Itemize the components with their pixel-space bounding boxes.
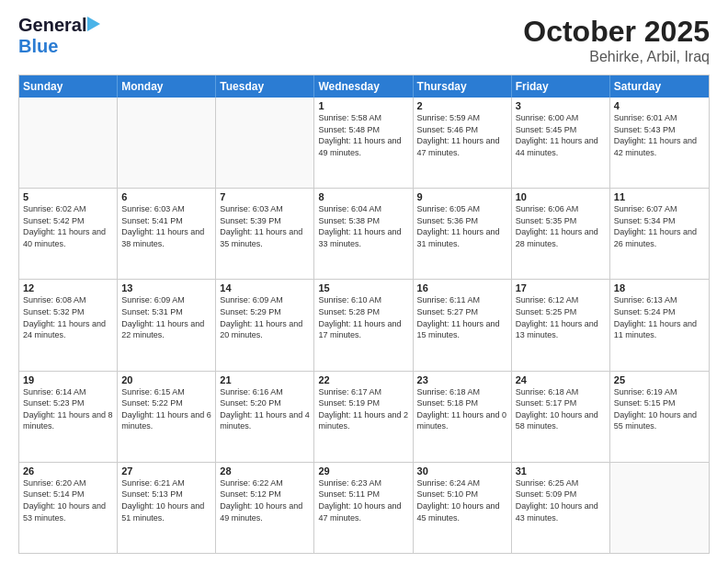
- calendar-cell: 2Sunrise: 5:59 AM Sunset: 5:46 PM Daylig…: [414, 98, 512, 188]
- day-number: 31: [516, 465, 606, 477]
- day-info: Sunrise: 6:25 AM Sunset: 5:09 PM Dayligh…: [516, 477, 606, 523]
- calendar-header: SundayMondayTuesdayWednesdayThursdayFrid…: [19, 75, 709, 98]
- calendar-cell: 16Sunrise: 6:11 AM Sunset: 5:27 PM Dayli…: [414, 280, 512, 370]
- day-info: Sunrise: 6:12 AM Sunset: 5:25 PM Dayligh…: [516, 294, 606, 340]
- calendar-cell: 4Sunrise: 6:01 AM Sunset: 5:43 PM Daylig…: [610, 98, 709, 188]
- calendar-cell: 8Sunrise: 6:04 AM Sunset: 5:38 PM Daylig…: [314, 189, 413, 279]
- calendar-cell: 12Sunrise: 6:08 AM Sunset: 5:32 PM Dayli…: [19, 280, 118, 370]
- day-info: Sunrise: 6:14 AM Sunset: 5:23 PM Dayligh…: [23, 386, 113, 432]
- day-info: Sunrise: 6:13 AM Sunset: 5:24 PM Dayligh…: [614, 294, 705, 340]
- day-number: 20: [121, 374, 211, 385]
- day-info: Sunrise: 6:05 AM Sunset: 5:36 PM Dayligh…: [417, 203, 507, 249]
- day-number: 24: [516, 374, 606, 385]
- day-number: 23: [417, 374, 507, 385]
- calendar-cell: [19, 98, 118, 188]
- day-info: Sunrise: 6:06 AM Sunset: 5:35 PM Dayligh…: [516, 203, 606, 249]
- day-number: 12: [23, 282, 113, 293]
- day-info: Sunrise: 6:15 AM Sunset: 5:22 PM Dayligh…: [121, 386, 211, 432]
- day-number: 18: [614, 282, 705, 293]
- calendar-body: 1Sunrise: 5:58 AM Sunset: 5:48 PM Daylig…: [19, 98, 709, 553]
- day-number: 10: [516, 191, 606, 202]
- day-number: 22: [318, 374, 408, 385]
- weekday-header-sunday: Sunday: [19, 75, 118, 98]
- day-number: 9: [417, 191, 507, 202]
- day-info: Sunrise: 6:07 AM Sunset: 5:34 PM Dayligh…: [614, 203, 705, 249]
- day-info: Sunrise: 6:18 AM Sunset: 5:17 PM Dayligh…: [516, 386, 606, 432]
- day-number: 5: [23, 191, 113, 202]
- calendar-cell: 29Sunrise: 6:23 AM Sunset: 5:11 PM Dayli…: [314, 463, 413, 553]
- day-number: 25: [614, 374, 705, 385]
- day-number: 28: [220, 465, 310, 477]
- calendar-cell: 1Sunrise: 5:58 AM Sunset: 5:48 PM Daylig…: [314, 98, 413, 188]
- day-info: Sunrise: 6:00 AM Sunset: 5:45 PM Dayligh…: [516, 112, 606, 158]
- calendar-cell: 31Sunrise: 6:25 AM Sunset: 5:09 PM Dayli…: [512, 463, 610, 553]
- day-info: Sunrise: 5:59 AM Sunset: 5:46 PM Dayligh…: [417, 112, 507, 158]
- day-info: Sunrise: 6:22 AM Sunset: 5:12 PM Dayligh…: [220, 477, 310, 523]
- calendar-cell: 28Sunrise: 6:22 AM Sunset: 5:12 PM Dayli…: [216, 463, 314, 553]
- calendar-cell: 19Sunrise: 6:14 AM Sunset: 5:23 PM Dayli…: [19, 372, 118, 462]
- day-number: 3: [516, 100, 606, 111]
- day-number: 7: [220, 191, 310, 202]
- day-info: Sunrise: 6:21 AM Sunset: 5:13 PM Dayligh…: [121, 477, 211, 523]
- day-number: 30: [417, 465, 507, 477]
- logo: General Blue: [18, 15, 100, 57]
- day-number: 13: [121, 282, 211, 293]
- day-info: Sunrise: 6:23 AM Sunset: 5:11 PM Dayligh…: [318, 477, 408, 523]
- calendar-cell: [216, 98, 314, 188]
- day-number: 6: [121, 191, 211, 202]
- calendar-cell: 11Sunrise: 6:07 AM Sunset: 5:34 PM Dayli…: [610, 189, 709, 279]
- calendar-cell: 26Sunrise: 6:20 AM Sunset: 5:14 PM Dayli…: [19, 463, 118, 553]
- day-number: 21: [220, 374, 310, 385]
- day-number: 29: [318, 465, 408, 477]
- day-info: Sunrise: 6:01 AM Sunset: 5:43 PM Dayligh…: [614, 112, 705, 158]
- day-info: Sunrise: 6:10 AM Sunset: 5:28 PM Dayligh…: [318, 294, 408, 340]
- day-info: Sunrise: 6:03 AM Sunset: 5:41 PM Dayligh…: [121, 203, 211, 249]
- calendar-week-5: 26Sunrise: 6:20 AM Sunset: 5:14 PM Dayli…: [19, 463, 709, 553]
- logo-blue-text: Blue: [18, 36, 58, 57]
- calendar-cell: [118, 98, 216, 188]
- title-section: October 2025 Behirke, Arbil, Iraq: [523, 15, 710, 65]
- day-info: Sunrise: 6:02 AM Sunset: 5:42 PM Dayligh…: [23, 203, 113, 249]
- calendar-cell: 20Sunrise: 6:15 AM Sunset: 5:22 PM Dayli…: [118, 372, 216, 462]
- day-number: 4: [614, 100, 705, 111]
- weekday-header-tuesday: Tuesday: [216, 75, 314, 98]
- day-info: Sunrise: 6:17 AM Sunset: 5:19 PM Dayligh…: [318, 386, 408, 432]
- day-number: 16: [417, 282, 507, 293]
- calendar-cell: 25Sunrise: 6:19 AM Sunset: 5:15 PM Dayli…: [610, 372, 709, 462]
- day-number: 26: [23, 465, 113, 477]
- weekday-header-thursday: Thursday: [414, 75, 512, 98]
- weekday-header-friday: Friday: [512, 75, 610, 98]
- weekday-header-wednesday: Wednesday: [314, 75, 413, 98]
- calendar-week-1: 1Sunrise: 5:58 AM Sunset: 5:48 PM Daylig…: [19, 98, 709, 189]
- calendar-cell: 30Sunrise: 6:24 AM Sunset: 5:10 PM Dayli…: [414, 463, 512, 553]
- day-info: Sunrise: 6:09 AM Sunset: 5:31 PM Dayligh…: [121, 294, 211, 340]
- calendar-cell: [610, 463, 709, 553]
- calendar-cell: 9Sunrise: 6:05 AM Sunset: 5:36 PM Daylig…: [414, 189, 512, 279]
- calendar-cell: 14Sunrise: 6:09 AM Sunset: 5:29 PM Dayli…: [216, 280, 314, 370]
- weekday-header-monday: Monday: [118, 75, 216, 98]
- day-info: Sunrise: 6:04 AM Sunset: 5:38 PM Dayligh…: [318, 203, 408, 249]
- day-info: Sunrise: 6:11 AM Sunset: 5:27 PM Dayligh…: [417, 294, 507, 340]
- calendar-cell: 3Sunrise: 6:00 AM Sunset: 5:45 PM Daylig…: [512, 98, 610, 188]
- calendar-cell: 27Sunrise: 6:21 AM Sunset: 5:13 PM Dayli…: [118, 463, 216, 553]
- day-info: Sunrise: 6:03 AM Sunset: 5:39 PM Dayligh…: [220, 203, 310, 249]
- logo-general-text: General: [18, 15, 86, 36]
- calendar: SundayMondayTuesdayWednesdayThursdayFrid…: [18, 75, 710, 554]
- calendar-cell: 7Sunrise: 6:03 AM Sunset: 5:39 PM Daylig…: [216, 189, 314, 279]
- header: General Blue October 2025 Behirke, Arbil…: [18, 15, 710, 65]
- calendar-cell: 24Sunrise: 6:18 AM Sunset: 5:17 PM Dayli…: [512, 372, 610, 462]
- day-number: 15: [318, 282, 408, 293]
- calendar-cell: 5Sunrise: 6:02 AM Sunset: 5:42 PM Daylig…: [19, 189, 118, 279]
- month-title: October 2025: [523, 15, 710, 49]
- calendar-week-3: 12Sunrise: 6:08 AM Sunset: 5:32 PM Dayli…: [19, 280, 709, 371]
- day-number: 1: [318, 100, 408, 111]
- day-number: 8: [318, 191, 408, 202]
- page: General Blue October 2025 Behirke, Arbil…: [0, 0, 728, 563]
- weekday-header-saturday: Saturday: [610, 75, 709, 98]
- day-number: 14: [220, 282, 310, 293]
- calendar-cell: 10Sunrise: 6:06 AM Sunset: 5:35 PM Dayli…: [512, 189, 610, 279]
- calendar-cell: 6Sunrise: 6:03 AM Sunset: 5:41 PM Daylig…: [118, 189, 216, 279]
- calendar-cell: 13Sunrise: 6:09 AM Sunset: 5:31 PM Dayli…: [118, 280, 216, 370]
- day-number: 17: [516, 282, 606, 293]
- calendar-week-2: 5Sunrise: 6:02 AM Sunset: 5:42 PM Daylig…: [19, 189, 709, 280]
